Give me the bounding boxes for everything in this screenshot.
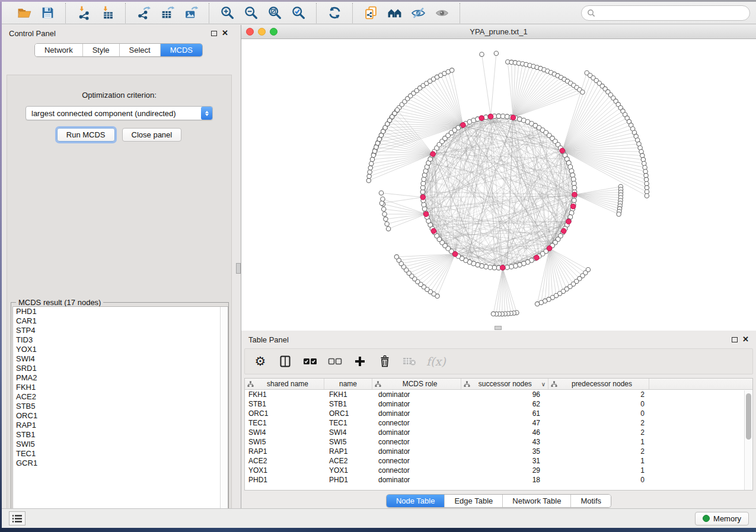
export-network-button[interactable] [132, 4, 155, 22]
list-item[interactable]: STP4 [13, 326, 228, 335]
table-cell: YOX1 [245, 466, 324, 475]
float-table-panel-icon[interactable] [732, 337, 738, 342]
refresh-layout-button[interactable] [323, 4, 346, 22]
list-item[interactable]: CAR1 [13, 316, 228, 326]
list-item[interactable]: SRD1 [13, 364, 228, 373]
zoom-out-button[interactable] [239, 4, 263, 22]
desktop-wallpaper-left [0, 2, 2, 528]
column-header-shared-name[interactable]: shared name [245, 379, 324, 389]
node-table: shared name name MCDS role [244, 378, 753, 491]
column-header-successor-nodes[interactable]: successor nodes ∨ [461, 379, 548, 389]
column-header-name[interactable]: name [324, 379, 372, 389]
list-item[interactable]: STB1 [13, 430, 228, 440]
list-item[interactable]: ACE2 [13, 392, 228, 402]
column-header-mcds-role[interactable]: MCDS role [372, 379, 461, 389]
list-item[interactable]: ORC1 [13, 411, 228, 421]
tab-mcds[interactable]: MCDS [161, 44, 202, 56]
tab-edge-table[interactable]: Edge Table [445, 495, 503, 507]
export-table-button[interactable] [155, 4, 179, 22]
table-row[interactable]: PHD1PHD1dominator180 [245, 475, 752, 485]
list-item[interactable]: SWI5 [13, 440, 228, 449]
tab-network[interactable]: Network [35, 44, 83, 56]
search-box[interactable] [581, 5, 750, 21]
export-image-button[interactable] [179, 4, 203, 22]
tab-style[interactable]: Style [83, 44, 120, 56]
table-row[interactable]: RAP1RAP1dominator352 [245, 447, 752, 456]
table-cell: 47 [461, 418, 548, 428]
table-cell: ORC1 [245, 409, 324, 418]
network-titlebar[interactable]: YPA_prune.txt_1 [241, 25, 756, 39]
criterion-dropdown[interactable]: largest connected component (undirected) [25, 106, 213, 120]
network-title: YPA_prune.txt_1 [241, 27, 756, 36]
vertical-splitter[interactable] [235, 25, 241, 508]
table-row[interactable]: FKH1FKH1dominator962 [245, 390, 752, 399]
select-all-button[interactable] [302, 352, 318, 370]
tab-network-table[interactable]: Network Table [503, 495, 571, 507]
list-item[interactable]: PHD1 [13, 307, 228, 316]
horizontal-splitter-handle[interactable] [495, 326, 502, 330]
zoom-selected-button[interactable] [286, 4, 310, 22]
table-row[interactable]: TEC1TEC1connector472 [245, 418, 752, 428]
zoom-fit-button[interactable] [263, 4, 286, 22]
tab-select[interactable]: Select [120, 44, 161, 56]
search-input[interactable] [599, 8, 744, 17]
list-item[interactable]: PMA2 [13, 373, 228, 383]
close-table-panel-icon[interactable]: ✕ [742, 336, 749, 342]
import-network-button[interactable] [72, 4, 95, 22]
mcds-panel: Optimization criterion: largest connecte… [7, 75, 232, 531]
close-panel-button[interactable]: Close panel [122, 128, 182, 142]
list-item[interactable]: TEC1 [13, 449, 228, 459]
run-mcds-button[interactable]: Run MCDS [57, 128, 115, 142]
mcds-result-group: MCDS result (17 nodes) PHD1 CAR1 STP4 TI… [11, 302, 229, 518]
table-cell: 18 [461, 475, 548, 485]
table-header-row: shared name name MCDS role [245, 379, 752, 390]
table-cell: FKH1 [245, 390, 324, 399]
show-panels-button[interactable] [9, 511, 25, 525]
network-canvas[interactable] [241, 39, 756, 331]
table-toolbar: ⚙ [244, 348, 753, 374]
zoom-in-button[interactable] [215, 4, 239, 22]
list-item[interactable]: STB5 [13, 402, 228, 411]
column-header-predecessor-nodes[interactable]: predecessor nodes [548, 379, 649, 389]
table-row[interactable]: ACE2ACE2connector311 [245, 456, 752, 466]
list-item[interactable]: GCR1 [13, 459, 228, 468]
list-scrollbar[interactable] [220, 307, 228, 517]
float-panel-icon[interactable] [211, 31, 217, 36]
list-item[interactable]: TID3 [13, 335, 228, 345]
sort-descending-icon: ∨ [541, 381, 546, 387]
list-item[interactable]: YOX1 [13, 345, 228, 354]
save-session-button[interactable] [36, 4, 59, 22]
table-cell: 1 [548, 456, 649, 466]
first-neighbors-button[interactable] [382, 4, 406, 22]
zoom-out-icon [244, 5, 259, 20]
import-table-button[interactable] [95, 4, 119, 22]
table-scrollbar[interactable] [744, 390, 752, 490]
hide-selected-button[interactable] [406, 4, 430, 22]
table-settings-button[interactable]: ⚙ [252, 352, 269, 370]
table-scrollbar-thumb[interactable] [746, 393, 751, 440]
table-row[interactable]: STB1STB1dominator620 [245, 399, 752, 409]
delete-column-button[interactable] [377, 352, 393, 370]
memory-button[interactable]: Memory [695, 512, 749, 525]
table-row[interactable]: ORC1ORC1dominator610 [245, 409, 752, 418]
table-row[interactable]: YOX1YOX1connector291 [245, 466, 752, 475]
shared-column-icon [375, 381, 381, 387]
table-row[interactable]: SWI5SWI5connector431 [245, 437, 752, 447]
show-all-button[interactable] [430, 4, 454, 22]
clone-network-icon [363, 5, 378, 20]
tab-motifs[interactable]: Motifs [571, 495, 611, 507]
list-item[interactable]: RAP1 [13, 421, 228, 430]
splitter-handle[interactable] [236, 263, 241, 274]
deselect-all-button[interactable] [327, 352, 343, 370]
clone-network-button[interactable] [359, 4, 382, 22]
list-item[interactable]: SWI4 [13, 354, 228, 364]
show-column-button[interactable] [277, 352, 294, 370]
table-row[interactable]: SWI4SWI4dominator462 [245, 428, 752, 437]
close-panel-icon[interactable]: ✕ [222, 30, 228, 36]
list-item[interactable]: FKH1 [13, 383, 228, 392]
open-file-button[interactable] [12, 4, 36, 22]
add-column-button[interactable] [352, 352, 368, 370]
table-cell: 29 [461, 466, 548, 475]
table-cell: ACE2 [245, 456, 324, 466]
tab-node-table[interactable]: Node Table [387, 495, 445, 507]
